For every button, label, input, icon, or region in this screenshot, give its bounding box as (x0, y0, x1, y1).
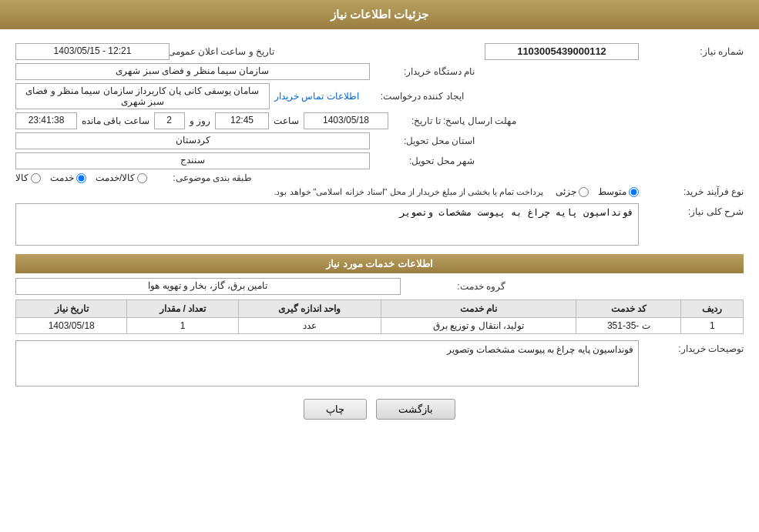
cell-name: تولید، انتقال و توزیع برق (381, 318, 576, 334)
category-option-kala-khedmat[interactable]: کالا/خدمت (96, 172, 147, 183)
buyer-org-label: نام دستگاه خریدار: (374, 66, 475, 77)
page-header: جزئیات اطلاعات نیاز (0, 0, 759, 29)
cell-quantity: 1 (127, 318, 238, 334)
col-row: ردیف (681, 300, 744, 318)
category-option-khedmat[interactable]: خدمت (50, 172, 86, 183)
button-row: بازگشت چاپ (15, 399, 744, 420)
back-button[interactable]: بازگشت (376, 399, 455, 420)
process-option-motavasset[interactable]: متوسط (598, 186, 639, 197)
description-label: شرح کلی نیاز: (643, 206, 744, 217)
service-group-label: گروه خدمت: (405, 281, 505, 292)
col-unit: واحد اندازه گیری (238, 300, 381, 318)
deadline-remaining: 23:41:38 (15, 112, 77, 129)
announce-date-label: تاریخ و ساعت اعلان عمومی: (174, 46, 274, 57)
category-radio-group: کالا/خدمت خدمت کالا (15, 172, 147, 183)
cell-date: 1403/05/18 (16, 318, 127, 334)
buyer-desc-label: توصیحات خریدار: (643, 343, 744, 354)
description-textarea[interactable] (15, 203, 639, 246)
col-name: نام خدمت (381, 300, 576, 318)
creator-label: ایجاد کننده درخواست: (364, 91, 464, 102)
deadline-time: 12:45 (215, 112, 269, 129)
category-label: طبقه بندی موضوعی: (152, 172, 252, 183)
contact-link[interactable]: اطلاعات تماس خریدار (274, 91, 359, 102)
category-option-kala[interactable]: کالا (15, 172, 41, 183)
print-button[interactable]: چاپ (304, 399, 367, 420)
need-number-label: شماره نیاز: (643, 46, 744, 57)
cell-unit: عدد (238, 318, 381, 334)
deadline-label: مهلت ارسال پاسخ: تا تاریخ: (393, 115, 516, 126)
col-qty: تعداد / مقدار (127, 300, 238, 318)
cell-row: 1 (681, 318, 744, 334)
need-number-value: 1103005439000112 (485, 43, 639, 60)
creator-value: سامان یوسفی کانی پان کاربرداز سازمان سیم… (15, 83, 270, 109)
city-value: سنندج (15, 152, 370, 169)
col-date: تاریخ نیاز (16, 300, 127, 318)
process-note: پرداخت تمام یا بخشی از مبلغ خریدار از مح… (15, 187, 543, 197)
cell-code: ت -35-351 (576, 318, 681, 334)
deadline-day-label: روز و (190, 115, 210, 126)
process-radio-group: متوسط جزئی (556, 186, 639, 197)
buyer-desc-box: فونداسیون پایه چراغ به پیوست مشخصات وتصو… (15, 340, 639, 386)
city-label: شهر محل تحویل: (374, 156, 475, 166)
process-option-jozi[interactable]: جزئی (556, 186, 589, 197)
service-group-value: تامین برق، گاز، بخار و تهویه هوا (15, 278, 401, 295)
province-label: استان محل تحویل: (374, 136, 475, 146)
buyer-org-value: سازمان سیما منظر و فضای سبز شهری (15, 63, 370, 80)
announce-date-value: 1403/05/15 - 12:21 (15, 43, 170, 60)
services-section-header: اطلاعات خدمات مورد نیاز (15, 254, 744, 273)
deadline-remaining-label: ساعت باقی مانده (82, 115, 149, 126)
process-label: نوع فرآیند خرید: (643, 186, 744, 197)
page-title: جزئیات اطلاعات نیاز (331, 8, 428, 21)
service-table: ردیف کد خدمت نام خدمت واحد اندازه گیری ت… (15, 299, 744, 334)
deadline-time-label: ساعت (274, 115, 299, 126)
province-value: کردستان (15, 132, 370, 149)
col-code: کد خدمت (576, 300, 681, 318)
deadline-date: 1403/05/18 (304, 112, 388, 129)
table-row: 1ت -35-351تولید، انتقال و توزیع برقعدد11… (16, 318, 744, 334)
deadline-day: 2 (154, 112, 185, 129)
